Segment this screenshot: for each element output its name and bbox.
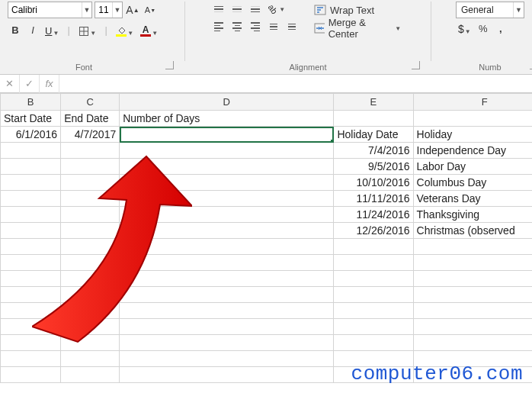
comma-button[interactable]: , <box>493 21 508 36</box>
cell[interactable] <box>1 143 61 159</box>
chevron-down-icon[interactable]: ▼ <box>513 2 524 18</box>
merge-center-button[interactable]: Merge & Center ▼ <box>309 20 406 37</box>
number-format-combo[interactable]: General ▼ <box>456 2 524 18</box>
cell[interactable] <box>120 335 334 351</box>
cell[interactable] <box>120 191 334 207</box>
cell[interactable] <box>1 335 61 351</box>
cell[interactable] <box>120 175 334 191</box>
cell[interactable] <box>61 223 120 239</box>
cell[interactable] <box>413 287 532 303</box>
orientation-button[interactable]: ab▼ <box>264 2 289 17</box>
wrap-text-button[interactable]: Wrap Text <box>309 2 406 18</box>
cell[interactable] <box>61 255 120 271</box>
cell[interactable] <box>61 303 120 319</box>
cell[interactable] <box>61 287 120 303</box>
bold-button[interactable]: B <box>8 22 23 37</box>
cell[interactable]: Holiday Date <box>334 127 413 143</box>
align-middle-button[interactable] <box>228 2 246 17</box>
align-left-button[interactable] <box>210 19 228 34</box>
enter-icon[interactable]: ✓ <box>20 75 40 93</box>
cell[interactable] <box>334 287 413 303</box>
decrease-indent-button[interactable] <box>264 19 283 34</box>
cell[interactable] <box>61 239 120 255</box>
cell[interactable] <box>334 255 413 271</box>
cell[interactable] <box>1 191 61 207</box>
font-name-input[interactable] <box>8 5 82 15</box>
cell[interactable] <box>61 207 120 223</box>
cell[interactable] <box>120 287 334 303</box>
cell[interactable]: 4/7/2017 <box>61 127 120 143</box>
cell[interactable] <box>1 159 61 175</box>
col-header[interactable]: D <box>120 94 334 111</box>
cell[interactable] <box>1 223 61 239</box>
cell[interactable] <box>1 255 61 271</box>
cell[interactable] <box>413 111 532 127</box>
cell[interactable] <box>334 319 413 335</box>
cancel-icon[interactable]: ✕ <box>0 75 20 93</box>
cell[interactable] <box>413 303 532 319</box>
cell[interactable] <box>1 351 61 367</box>
cell[interactable] <box>1 303 61 319</box>
cell[interactable] <box>120 303 334 319</box>
cell[interactable]: Labor Day <box>413 159 532 175</box>
cell[interactable]: Independence Day <box>413 143 532 159</box>
cell[interactable]: Number of Days <box>120 111 334 127</box>
align-center-button[interactable] <box>228 19 246 34</box>
cell[interactable] <box>120 143 334 159</box>
cell[interactable] <box>120 319 334 335</box>
percent-button[interactable]: % <box>476 21 491 36</box>
cell[interactable]: 11/24/2016 <box>334 207 413 223</box>
cell[interactable] <box>61 319 120 335</box>
cell[interactable] <box>334 111 413 127</box>
increase-font-button[interactable]: A▲ <box>125 2 140 18</box>
font-size-combo[interactable]: ▼ <box>95 2 123 18</box>
cell[interactable] <box>61 159 120 175</box>
col-header[interactable]: B <box>1 94 61 111</box>
formula-input[interactable] <box>59 76 532 92</box>
cell[interactable] <box>413 239 532 255</box>
cell[interactable]: End Date <box>61 111 120 127</box>
fill-color-button[interactable]: ▼ <box>114 22 136 37</box>
cell[interactable] <box>334 335 413 351</box>
cell[interactable] <box>1 319 61 335</box>
cell[interactable] <box>1 367 61 383</box>
cell[interactable] <box>1 207 61 223</box>
cell[interactable] <box>334 239 413 255</box>
cell[interactable]: 12/26/2016 <box>334 223 413 239</box>
cell[interactable] <box>120 351 334 367</box>
col-header[interactable]: C <box>61 94 120 111</box>
cell[interactable]: 6/1/2016 <box>1 127 61 143</box>
cell[interactable] <box>61 191 120 207</box>
cell[interactable]: Christmas (observed <box>413 223 532 239</box>
underline-button[interactable]: U▼ <box>43 22 61 37</box>
cell[interactable] <box>120 127 334 143</box>
cell[interactable] <box>1 271 61 287</box>
cell[interactable] <box>413 335 532 351</box>
cell[interactable]: Holiday <box>413 127 532 143</box>
align-top-button[interactable] <box>210 2 228 17</box>
cell[interactable] <box>1 239 61 255</box>
cell[interactable] <box>334 303 413 319</box>
chevron-down-icon[interactable]: ▼ <box>82 2 91 18</box>
font-name-combo[interactable]: ▼ <box>8 2 92 18</box>
cell[interactable]: Veterans Day <box>413 191 532 207</box>
cell[interactable] <box>1 287 61 303</box>
cell[interactable] <box>413 319 532 335</box>
cell[interactable] <box>120 159 334 175</box>
cell[interactable] <box>61 175 120 191</box>
cell[interactable] <box>120 367 334 383</box>
cell[interactable] <box>120 239 334 255</box>
cell[interactable] <box>120 271 334 287</box>
decrease-font-button[interactable]: A▼ <box>143 2 158 18</box>
cell[interactable]: Start Date <box>1 111 61 127</box>
increase-indent-button[interactable] <box>283 19 301 34</box>
cell[interactable]: 11/11/2016 <box>334 191 413 207</box>
chevron-down-icon[interactable]: ▼ <box>112 2 122 18</box>
fx-icon[interactable]: fx <box>40 75 59 93</box>
align-right-button[interactable] <box>246 19 264 34</box>
cell[interactable]: 7/4/2016 <box>334 143 413 159</box>
cell[interactable] <box>413 255 532 271</box>
italic-button[interactable]: I <box>25 22 40 37</box>
cell[interactable] <box>61 367 120 383</box>
cell[interactable]: 10/10/2016 <box>334 175 413 191</box>
